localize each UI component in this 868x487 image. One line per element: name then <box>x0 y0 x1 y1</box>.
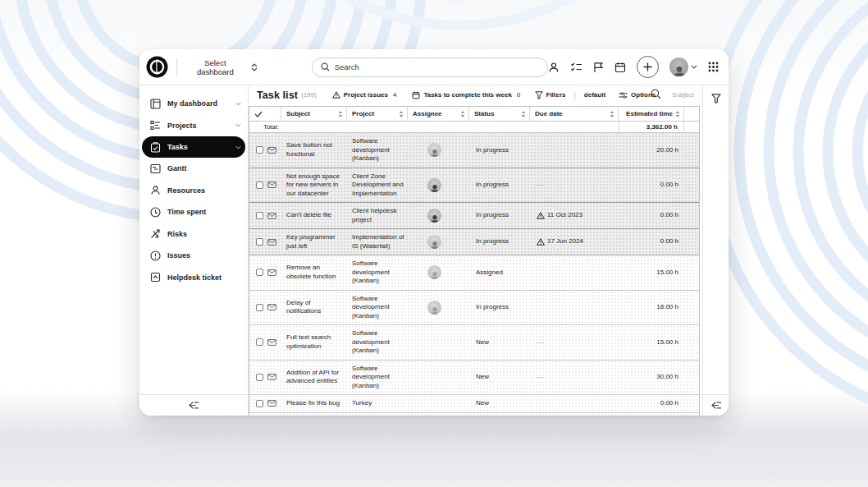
table-row[interactable]: Full text search optimization Software d… <box>249 325 699 361</box>
header-assignee[interactable]: Assignee <box>408 107 469 121</box>
dashboard-selector[interactable]: Select dashboard <box>185 58 258 76</box>
task-due-date: 11 Oct 2023 <box>547 211 582 220</box>
task-estimated-time: 0.00 h <box>660 211 678 220</box>
right-panel-collapse-icon[interactable] <box>709 399 724 411</box>
sidebar: My dashboard Projects Tasks Gantt Resour… <box>139 85 249 416</box>
helpdesk-ticket-icon <box>150 272 161 283</box>
assignee-avatar[interactable] <box>427 235 441 249</box>
chevron-down-icon <box>691 65 697 69</box>
sidebar-item-gantt[interactable]: Gantt <box>139 158 248 180</box>
assignee-avatar[interactable] <box>427 265 441 279</box>
user-avatar <box>669 57 688 76</box>
user-menu[interactable] <box>669 57 697 76</box>
sort-icon <box>399 111 404 117</box>
row-checkbox[interactable] <box>256 374 263 381</box>
envelope-icon[interactable] <box>267 304 276 310</box>
row-checkbox[interactable] <box>256 238 263 246</box>
table-row[interactable]: Addition of API for advanced entities So… <box>249 361 699 396</box>
envelope-icon[interactable] <box>267 147 276 154</box>
envelope-icon[interactable] <box>267 400 276 407</box>
task-project: Software development (Kanban) <box>352 329 404 356</box>
header-subject[interactable]: Subject <box>281 107 347 121</box>
user-icon[interactable] <box>548 62 560 73</box>
row-checkbox[interactable] <box>256 212 263 219</box>
apps-grid-icon[interactable] <box>708 62 719 72</box>
header-estimated-time[interactable]: Estimated time <box>619 107 684 121</box>
table-row[interactable]: Remove an obsolete function Software dev… <box>249 255 699 291</box>
task-project: Software development (Kanban) <box>352 260 404 286</box>
sidebar-item-label: Risks <box>167 230 187 238</box>
calendar-icon <box>412 91 420 99</box>
sidebar-item-label: Gantt <box>167 164 187 172</box>
envelope-icon[interactable] <box>267 339 276 346</box>
updown-chevrons-icon <box>251 63 258 71</box>
row-checkbox[interactable] <box>256 146 263 154</box>
table-row[interactable]: Save button not functional Software deve… <box>249 133 699 168</box>
task-project: Turkey <box>352 399 372 408</box>
tasks-this-week-chip[interactable]: Tasks to complete this week 0 <box>412 91 520 99</box>
projects-icon <box>150 120 161 131</box>
sidebar-item-my-dashboard[interactable]: My dashboard <box>139 93 248 115</box>
table-search-icon[interactable] <box>651 89 661 102</box>
sidebar-item-label: Helpdesk ticket <box>167 273 222 282</box>
calendar-icon[interactable] <box>614 62 626 73</box>
row-checkbox[interactable] <box>256 338 263 346</box>
chevron-down-icon <box>235 102 241 106</box>
header-due-date[interactable]: Due date <box>530 107 619 121</box>
header-status[interactable]: Status <box>469 107 530 121</box>
sidebar-item-risks[interactable]: Risks <box>139 223 248 246</box>
row-checkbox[interactable] <box>256 269 263 276</box>
filters-default-value[interactable]: default <box>584 91 605 99</box>
task-estimated-time: 0.00 h <box>660 399 678 408</box>
chevron-down-icon <box>235 123 241 127</box>
assignee-avatar[interactable] <box>427 301 441 315</box>
funnel-icon <box>535 91 543 99</box>
header-project[interactable]: Project <box>347 107 408 121</box>
table-row[interactable]: Not enough space for new servers in our … <box>249 168 699 204</box>
sidebar-item-time-spent[interactable]: Time spent <box>139 201 248 223</box>
overdue-warning-icon <box>537 212 545 219</box>
task-project: Client helpdesk project <box>352 207 404 224</box>
row-checkbox[interactable] <box>256 400 263 407</box>
sidebar-item-projects[interactable]: Projects <box>139 115 248 137</box>
sidebar-item-label: Time spent <box>167 208 206 216</box>
sidebar-item-resources[interactable]: Resources <box>139 180 248 202</box>
global-search-input[interactable]: Search <box>312 57 548 77</box>
assignee-avatar[interactable] <box>427 143 441 157</box>
sidebar-item-label: Projects <box>167 122 197 130</box>
column-search-placeholder[interactable]: Subject <box>672 91 694 99</box>
row-checkbox[interactable] <box>256 304 263 311</box>
task-due-date: --- <box>537 338 545 347</box>
table-row[interactable]: Delay of notifications Software developm… <box>249 291 699 326</box>
table-row[interactable]: Please fix this bug Turkey New 0.00 h <box>249 395 699 413</box>
checklist-icon[interactable] <box>570 62 582 72</box>
task-estimated-time: 30.00 h <box>656 373 678 382</box>
filter-panel-icon[interactable] <box>710 92 723 105</box>
app-logo[interactable] <box>146 56 168 78</box>
envelope-icon[interactable] <box>267 239 276 246</box>
sidebar-item-issues[interactable]: Issues <box>139 245 248 267</box>
envelope-icon[interactable] <box>267 181 276 188</box>
project-issues-chip[interactable]: Project issues 4 <box>332 91 397 99</box>
flag-icon[interactable] <box>593 62 604 73</box>
table-row[interactable]: Can't delete file Client helpdesk projec… <box>249 203 699 229</box>
add-new-button[interactable] <box>637 56 659 78</box>
filters-button[interactable]: Filters <box>535 91 566 99</box>
sidebar-item-helpdesk-ticket[interactable]: Helpdesk ticket <box>139 267 248 289</box>
assignee-avatar[interactable] <box>427 209 441 223</box>
assignee-avatar[interactable] <box>427 178 441 192</box>
task-estimated-time: 15.00 h <box>656 269 678 278</box>
envelope-icon[interactable] <box>267 374 276 380</box>
table-row[interactable]: Key programmer just left Implementation … <box>249 229 699 255</box>
envelope-icon[interactable] <box>267 269 276 276</box>
sort-icon <box>675 111 680 117</box>
task-due-date: --- <box>537 373 545 382</box>
row-checkbox[interactable] <box>256 181 263 189</box>
envelope-icon[interactable] <box>267 213 276 219</box>
topbar: Select dashboard Search <box>139 49 729 85</box>
task-status: Assigned <box>476 269 503 278</box>
task-status: In progress <box>476 211 509 220</box>
sidebar-collapse-icon[interactable] <box>188 401 199 410</box>
select-all-header[interactable] <box>249 107 281 121</box>
sidebar-item-tasks[interactable]: Tasks <box>142 136 245 158</box>
